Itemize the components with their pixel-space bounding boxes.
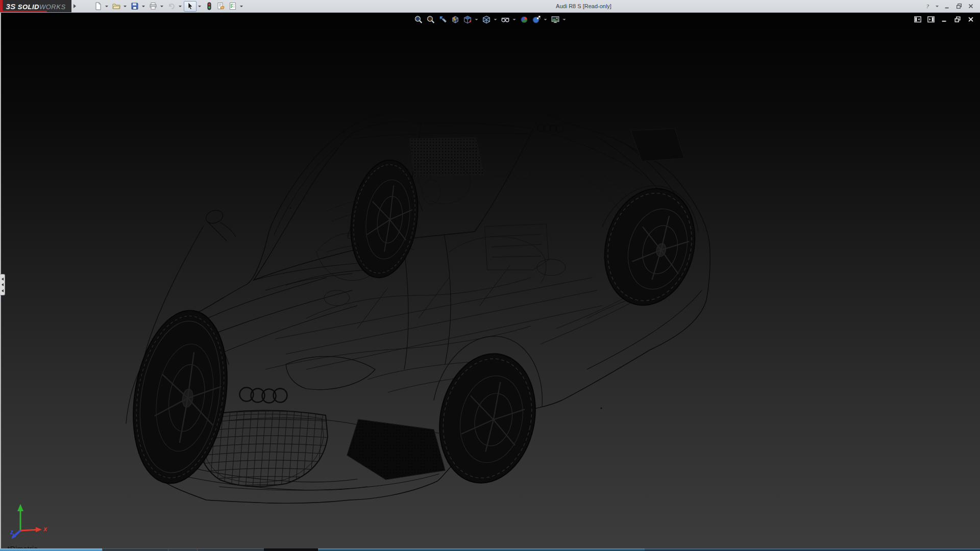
minimize-document-button[interactable] [939,15,949,24]
edit-appearance-icon [520,15,528,24]
print-icon [149,2,157,10]
car-wireframe-model[interactable] [0,12,980,551]
document-title: Audi R8 S [Read-only] [245,3,922,9]
options-dropdown-caret[interactable] [238,1,244,12]
taskbar-segment [168,548,197,551]
print-button[interactable] [147,1,159,12]
view-settings-button[interactable] [549,14,561,25]
save-icon [131,2,139,10]
minimize-button[interactable] [942,2,952,11]
previous-view-icon [438,15,447,24]
display-style-dropdown-caret[interactable] [493,14,498,25]
dassault-mark: 3S [6,2,15,11]
save-dropdown-caret[interactable] [140,1,146,12]
minimize-document-icon [941,16,948,23]
triad-x-label: x [43,525,47,533]
open-document-button[interactable] [110,1,122,12]
headsup-view-toolbar [412,14,568,25]
close-document-button[interactable] [966,15,976,24]
options-button[interactable] [227,1,238,12]
zoom-to-fit-button[interactable] [412,14,425,25]
triad-z-label: z [10,529,13,536]
document-window-controls [913,15,976,24]
help-dropdown-caret[interactable] [934,1,940,12]
solidworks-logo[interactable]: 3SSOLIDWORKS [0,0,71,12]
open-document-icon [112,2,120,10]
titlebar: 3SSOLIDWORKS Audi R8 S [Read-only] ? [0,0,980,13]
restore-document-icon [954,16,961,23]
taskbar-segment [0,548,102,551]
brand-text: 3SSOLIDWORKS [6,2,65,11]
graphics-viewport[interactable]: x z *Dimetric [0,12,980,551]
rebuild-icon [205,2,213,10]
tile-right-icon [927,16,935,23]
view-settings-dropdown-caret[interactable] [561,14,567,25]
solidworks-window: 3SSOLIDWORKS Audi R8 S [Read-only] ? [0,0,980,551]
standard-toolbar [92,1,245,12]
hide-show-items-button[interactable] [499,14,511,25]
zoom-to-area-icon [426,15,435,24]
rebuild-button[interactable] [203,1,215,12]
select-icon [186,2,194,10]
menu-flyout-arrow-icon[interactable] [72,2,78,11]
options-icon [229,2,237,10]
restore-icon [955,3,963,10]
window-controls: ? [922,1,976,12]
file-properties-icon [217,2,225,10]
restore-button[interactable] [954,2,964,11]
select-dropdown-caret[interactable] [197,1,202,12]
undo-dropdown-caret[interactable] [177,1,183,12]
close-document-icon [967,16,974,23]
taskbar-edge [0,548,980,551]
section-view-icon [451,15,459,24]
save-button[interactable] [129,1,140,12]
apply-scene-icon [532,15,541,24]
file-properties-button[interactable] [215,1,227,12]
taskbar-segment [197,548,264,551]
hide-show-items-dropdown-caret[interactable] [511,14,517,25]
new-document-icon [94,2,102,10]
tile-left-button[interactable] [913,15,923,24]
tile-left-icon [914,16,921,23]
open-document-dropdown-caret[interactable] [122,1,128,12]
taskbar-segment [318,548,645,551]
taskbar-segment [645,548,980,551]
taskbar-segment [264,548,318,551]
undo-button[interactable] [165,1,177,12]
zoom-to-area-button[interactable] [425,14,437,25]
apply-scene-dropdown-caret[interactable] [543,14,548,25]
hide-show-items-icon [501,15,509,24]
section-view-button[interactable] [449,14,461,25]
view-settings-icon [551,15,559,24]
previous-view-button[interactable] [437,14,449,25]
zoom-to-fit-icon [414,15,423,24]
close-button[interactable] [966,2,976,11]
tile-right-button[interactable] [926,15,936,24]
apply-scene-button[interactable] [530,14,543,25]
new-document-dropdown-caret[interactable] [104,1,109,12]
close-icon [967,3,974,10]
undo-icon [167,2,176,10]
svg-text:?: ? [926,3,929,9]
view-orientation-icon [463,15,472,24]
taskbar-segment [102,548,168,551]
print-dropdown-caret[interactable] [159,1,164,12]
minimize-icon [944,3,951,10]
panel-splitter-handle[interactable] [0,274,5,295]
orientation-triad: x z [9,499,50,543]
select-button[interactable] [184,1,197,12]
display-style-button[interactable] [480,14,493,25]
edit-appearance-button[interactable] [518,14,530,25]
help-icon: ? [924,3,931,10]
restore-document-button[interactable] [952,15,963,24]
help-button[interactable]: ? [922,2,933,11]
view-orientation-button[interactable] [461,14,474,25]
display-style-icon [482,15,491,24]
view-orientation-dropdown-caret[interactable] [474,14,479,25]
new-document-button[interactable] [92,1,104,12]
